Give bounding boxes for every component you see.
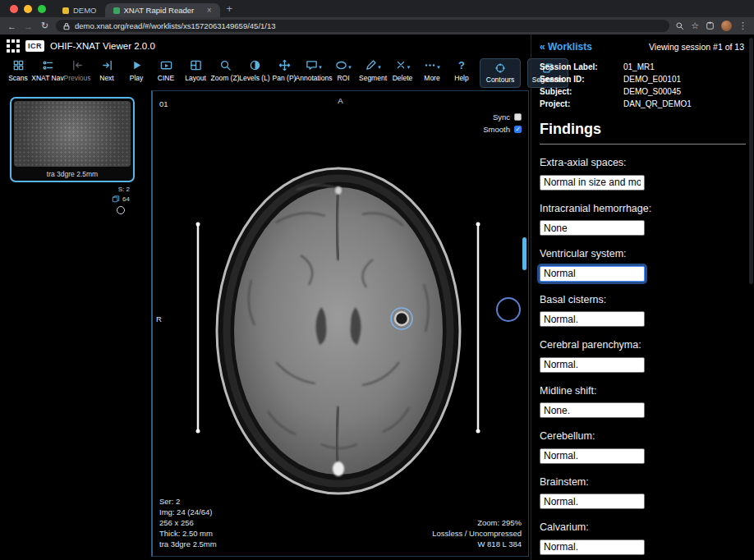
contours-panel-button[interactable]: Contours	[480, 58, 521, 88]
list-icon	[42, 58, 54, 71]
finding-basal-cisterns: Basal cisterns:	[540, 294, 746, 328]
sync-checkbox[interactable]	[514, 113, 522, 121]
finding-input-cerebral-parenchyma[interactable]	[540, 357, 645, 373]
browser-tab-demo[interactable]: DEMO	[54, 3, 105, 17]
finding-label: Intracranial hemorrhage:	[540, 203, 746, 214]
segment-pencil-icon	[365, 59, 377, 71]
meta-row: Session Label: 01_MR1	[540, 61, 746, 73]
smooth-option[interactable]: Smooth ✓	[483, 125, 522, 134]
tool-segment[interactable]: ▾ Segment	[361, 58, 384, 82]
finding-input-brainstem[interactable]	[540, 493, 645, 509]
reload-button[interactable]: ↻	[39, 21, 50, 31]
tool-next[interactable]: Next	[95, 58, 118, 82]
meta-value: 01_MR1	[623, 61, 655, 73]
finding-input-ventricular-system[interactable]	[540, 266, 645, 282]
zoom-level: Zoom: 295%	[432, 517, 522, 528]
tool-play[interactable]: Play	[125, 58, 148, 82]
tool-levels[interactable]: Levels (L)	[243, 58, 266, 82]
finding-label: Cerebellum:	[540, 430, 746, 442]
finding-label: Basal cisterns:	[540, 294, 746, 305]
series-thumbnail[interactable]: tra 3dgre 2.5mm	[10, 97, 135, 182]
lock-icon	[62, 22, 71, 30]
viewing-session-text: Viewing session #1 of 13	[649, 42, 744, 52]
viewport-options: Sync Smooth ✓	[483, 112, 522, 134]
zoom-icon	[219, 58, 232, 71]
minimize-window-button[interactable]	[24, 5, 32, 13]
browser-tab-xnat-rapid-reader[interactable]: XNAT Rapid Reader ×	[105, 3, 220, 17]
tool-pan[interactable]: Pan (P)	[273, 58, 296, 82]
finding-input-calvarium[interactable]	[540, 539, 645, 555]
pan-icon	[278, 58, 291, 71]
finding-input-extra-axial-spaces[interactable]	[540, 175, 645, 190]
browser-navbar: ← → ↻ demo.xnat.org/read/#/worklists/xs1…	[0, 17, 754, 34]
annotations-icon	[306, 59, 318, 71]
profile-avatar[interactable]	[721, 21, 732, 31]
finding-cerebral-parenchyma: Cerebral parenchyma:	[540, 339, 746, 373]
finding-input-intracranial-hemorrhage[interactable]	[540, 220, 645, 236]
finding-input-cerebellum[interactable]	[540, 448, 645, 464]
contours-icon	[494, 62, 506, 74]
tool-previous[interactable]: Previous	[66, 58, 89, 82]
worklists-back-link[interactable]: « Worklists	[540, 41, 592, 53]
tool-annotations[interactable]: ▾ Annotations	[302, 58, 325, 82]
delete-x-icon	[395, 59, 407, 71]
previous-icon	[71, 58, 84, 71]
back-button[interactable]: ←	[7, 21, 17, 31]
new-tab-button[interactable]: +	[227, 2, 233, 15]
tool-more[interactable]: ▾ More	[421, 58, 444, 82]
meta-label: Subject:	[540, 85, 623, 98]
finding-intracranial-hemorrhage: Intracranial hemorrhage:	[540, 203, 746, 236]
tab-close-icon[interactable]: ×	[207, 6, 212, 15]
search-icon[interactable]	[675, 21, 684, 30]
screen: DEMO XNAT Rapid Reader × + ← → ↻ demo.xn…	[0, 0, 754, 560]
mri-axial-brain-image[interactable]	[153, 91, 528, 557]
scan-number-badge: S: 2	[118, 186, 130, 193]
zoom-window-button[interactable]	[38, 5, 46, 13]
tool-cine[interactable]: CINE	[154, 58, 177, 82]
finding-label: Extra-axial spaces:	[540, 157, 746, 168]
app: ICR OHIF-XNAT Viewer 2.0.0 Scans XNAT Na…	[0, 34, 754, 560]
bookmark-star-icon[interactable]: ☆	[691, 21, 699, 31]
image-number: Img: 24 (24/64)	[159, 507, 217, 517]
finding-calvarium: Calvarium:	[540, 521, 746, 555]
finding-input-basal-cisterns[interactable]	[540, 311, 645, 327]
panel-scrollbar[interactable]	[749, 38, 753, 284]
extensions-icon[interactable]	[706, 21, 715, 30]
tool-layout[interactable]: Layout	[184, 58, 207, 82]
forward-button[interactable]: →	[23, 21, 34, 31]
app-left-column: ICR OHIF-XNAT Viewer 2.0.0 Scans XNAT Na…	[0, 34, 531, 560]
findings-title: Findings	[540, 121, 746, 145]
meta-label: Session Label:	[540, 61, 623, 73]
slice-scrollbar[interactable]	[522, 237, 526, 270]
app-header: ICR OHIF-XNAT Viewer 2.0.0	[0, 34, 531, 54]
tool-help[interactable]: ? Help	[450, 58, 473, 82]
address-bar[interactable]: demo.xnat.org/read/#/worklists/xs1572063…	[56, 20, 669, 32]
meta-value: DEMO_S00045	[623, 85, 681, 98]
finding-label: Ventricular system:	[540, 248, 746, 259]
toolbar: Scans XNAT Nav Previous Next Play	[0, 54, 531, 90]
tool-roi[interactable]: ▾ ROI	[332, 58, 355, 82]
tool-delete[interactable]: ▾ Delete	[391, 58, 414, 82]
close-window-button[interactable]	[10, 5, 18, 13]
roi-ellipse-icon	[335, 59, 347, 71]
finding-extra-axial-spaces: Extra-axial spaces:	[540, 157, 746, 190]
next-icon	[101, 58, 113, 71]
chevron-down-icon: ▾	[437, 64, 440, 71]
icr-logo: ICR	[25, 40, 44, 52]
worklist-panel: « Worklists Viewing session #1 of 13 Ses…	[531, 34, 754, 560]
sync-option[interactable]: Sync	[493, 112, 522, 122]
tab-label: XNAT Rapid Reader	[124, 6, 195, 15]
smooth-checkbox[interactable]: ✓	[514, 126, 522, 133]
browser-menu-icon[interactable]: ⋮	[738, 21, 747, 31]
chevron-down-icon: ▾	[319, 64, 322, 71]
tool-zoom[interactable]: Zoom (Z)	[214, 58, 237, 82]
worklist-header: « Worklists Viewing session #1 of 13	[531, 34, 754, 53]
active-viewport[interactable]: 01 A R Sync Smooth ✓ Ser	[151, 90, 529, 557]
play-icon	[131, 58, 143, 71]
tool-xnat-nav[interactable]: XNAT Nav	[36, 58, 59, 82]
window-level: W 818 L 384	[432, 539, 522, 549]
series-number: Ser: 2	[159, 496, 217, 507]
tool-scans[interactable]: Scans	[7, 58, 30, 82]
url-text: demo.xnat.org/read/#/worklists/xs1572063…	[75, 21, 276, 30]
finding-input-midline-shift[interactable]	[540, 402, 645, 418]
